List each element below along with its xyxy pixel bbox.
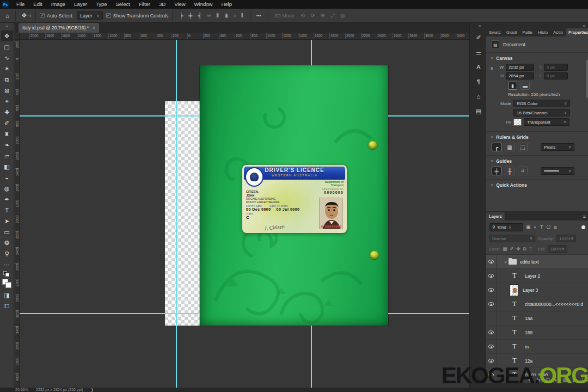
menu-item[interactable]: Select [111, 0, 134, 9]
guide-style-dropdown[interactable]: ∨ [541, 167, 574, 175]
layer-row[interactable]: T Layer 3 [486, 283, 588, 297]
type-layer-thumbnail[interactable]: T [504, 300, 525, 308]
more-options-icon[interactable]: ••• [254, 13, 263, 18]
zoom-tool[interactable]: ⚲ [1, 248, 13, 259]
tab-layers[interactable]: Layers [486, 212, 505, 220]
path-selection-tool[interactable]: ➤ [1, 216, 13, 226]
brush-tool[interactable]: ✐ [1, 118, 13, 128]
align-top-icon[interactable]: ═ [205, 13, 214, 19]
layer-name[interactable]: m [525, 344, 529, 350]
eyedropper-tool[interactable]: ⌖ [1, 96, 13, 107]
new-layer-icon[interactable]: ⊞ [572, 377, 577, 383]
3d-scale-icon[interactable]: ◎ [338, 13, 348, 19]
align-center-icon[interactable]: ╪ [186, 13, 195, 19]
dodge-tool[interactable]: ◍ [1, 183, 13, 194]
eraser-tool[interactable]: ▱ [1, 150, 13, 161]
rectangle-tool[interactable]: ▭ [1, 226, 13, 237]
panel-tab[interactable]: Gradi [504, 28, 520, 36]
width-field[interactable]: 2232 px [506, 64, 534, 71]
layer-name[interactable]: 169 [525, 330, 532, 335]
layer-visibility-toggle[interactable] [486, 255, 497, 269]
top-ruler[interactable]: 2000180016001400120010008006004002000200… [20, 33, 469, 40]
layer-visibility-toggle[interactable] [486, 311, 497, 326]
fill-dropdown[interactable]: Transparent∨ [524, 118, 569, 126]
layer-mask-icon[interactable]: ◱ [546, 377, 550, 383]
lock-transparency-icon[interactable]: ▩ [503, 246, 507, 252]
snap-toggle-icon[interactable]: ⬚ [518, 143, 528, 151]
color-mode-dropdown[interactable]: RGB Color∨ [513, 100, 570, 107]
brushes-panel-icon[interactable]: ✐ [473, 33, 484, 42]
dock-collapse-chevron-icon[interactable]: » [479, 23, 481, 28]
character-panel-icon[interactable]: A [473, 62, 484, 72]
landscape-orientation-button[interactable]: ▬ [520, 82, 530, 90]
healing-brush-tool[interactable]: ✚ [1, 107, 13, 118]
canvas-section-header[interactable]: ∨ Canvas [491, 56, 584, 61]
status-arrow-icon[interactable]: ❯ [91, 388, 94, 392]
history-brush-tool[interactable]: ❧ [1, 139, 13, 150]
ruler-corner[interactable] [15, 33, 20, 40]
type-tool[interactable]: T [1, 205, 13, 216]
quick-mask-icon[interactable]: ◨ [1, 290, 13, 301]
3d-drag-icon[interactable]: ⊕ [318, 13, 328, 19]
type-layer-thumbnail[interactable]: T [504, 342, 525, 351]
blur-tool[interactable]: ◒ [1, 172, 13, 183]
menu-item[interactable]: Layer [70, 0, 91, 9]
clone-source-panel-icon[interactable]: ⚌ [473, 47, 484, 57]
tab-properties[interactable]: Properties [566, 28, 588, 36]
fill-field[interactable]: 100%∨ [548, 245, 567, 253]
3d-roll-icon[interactable]: ⟳ [308, 13, 317, 19]
layer-row[interactable]: T 12a [486, 354, 588, 368]
type-layer-thumbnail[interactable]: T [504, 314, 525, 322]
adjustment-layer-icon[interactable]: ◐ [555, 377, 558, 383]
horizontal-guide-top-left[interactable] [20, 115, 200, 117]
layer-name[interactable]: citta0000000...<<<<<<<<0 d [525, 302, 583, 307]
layer-visibility-toggle[interactable] [486, 340, 497, 354]
zoom-level[interactable]: 20.66% [15, 388, 28, 392]
3d-slide-icon[interactable]: ⤢ [328, 13, 338, 19]
type-layer-thumbnail[interactable]: T [504, 272, 525, 280]
filter-adjustment-layers-icon[interactable]: ◐ [533, 224, 538, 230]
menu-item[interactable]: View [170, 0, 189, 9]
guides-header[interactable]: ∨ Guides [491, 158, 584, 164]
new-guide-layout-icon[interactable]: ⌗ [518, 167, 528, 175]
lock-guides-icon[interactable]: ╫ [505, 167, 514, 175]
canvas-viewport[interactable]: DRIVER'S LICENCE WESTERN AUSTRALIA Depar… [20, 40, 469, 388]
layer-name[interactable]: Layer 2 [525, 273, 540, 279]
layer-visibility-toggle[interactable] [486, 297, 497, 311]
distribute-center-icon[interactable]: ⋕ [222, 13, 231, 19]
distribute-right-icon[interactable]: ‖ [238, 13, 246, 19]
filter-pixel-layers-icon[interactable]: ▣ [525, 224, 532, 230]
quick-actions-header[interactable]: ∨ Quick Actions [491, 182, 584, 188]
link-layers-icon[interactable]: ⚭ [528, 377, 532, 383]
bit-depth-dropdown[interactable]: 16 Bits/Channel∨ [513, 109, 570, 117]
filter-type-layers-icon[interactable]: T [539, 224, 544, 230]
height-field[interactable]: 2854 px [506, 72, 534, 79]
layer-visibility-toggle[interactable] [486, 269, 497, 283]
glyphs-panel-icon[interactable]: ⌂ [473, 91, 484, 101]
menu-item[interactable]: Type [91, 0, 112, 9]
move-tool[interactable]: ✥ [1, 30, 13, 41]
clone-stamp-tool[interactable]: ♜ [1, 128, 13, 139]
left-ruler[interactable]: 2000200400600800100012001400160018002000… [15, 40, 20, 388]
rulers-toggle-icon[interactable]: ┏ [492, 143, 501, 151]
layer-row[interactable]: T 1aa [486, 311, 588, 326]
background-color-swatch[interactable] [5, 282, 11, 288]
panel-tab[interactable]: Actio [550, 28, 566, 36]
panel-tab[interactable]: Swatc [486, 28, 504, 36]
layer-visibility-toggle[interactable] [486, 283, 497, 297]
pen-tool[interactable]: ✒ [1, 194, 13, 205]
lock-all-icon[interactable]: ⎍ [529, 246, 532, 252]
properties-scrollbar[interactable] [586, 60, 588, 98]
layer-row[interactable]: T Layer 2 [486, 269, 588, 283]
layer-row[interactable]: T 169 [486, 326, 588, 340]
auto-select-checkbox[interactable]: ✓ [40, 13, 45, 18]
horizontal-guide-bottom-left[interactable] [20, 313, 200, 314]
home-icon[interactable]: ⌂ [3, 13, 11, 19]
horizontal-guide-bottom-right[interactable] [388, 313, 469, 314]
menu-item[interactable]: File [12, 0, 29, 9]
screen-mode-icon[interactable]: ⧠ [1, 301, 13, 311]
tool-preset-chevron-icon[interactable]: ∨ [29, 14, 32, 18]
panel-tab[interactable]: Histo [535, 28, 550, 36]
layer-visibility-toggle[interactable] [486, 326, 497, 340]
layer-row[interactable]: T citta0000000...<<<<<<<<0 d [486, 297, 588, 311]
